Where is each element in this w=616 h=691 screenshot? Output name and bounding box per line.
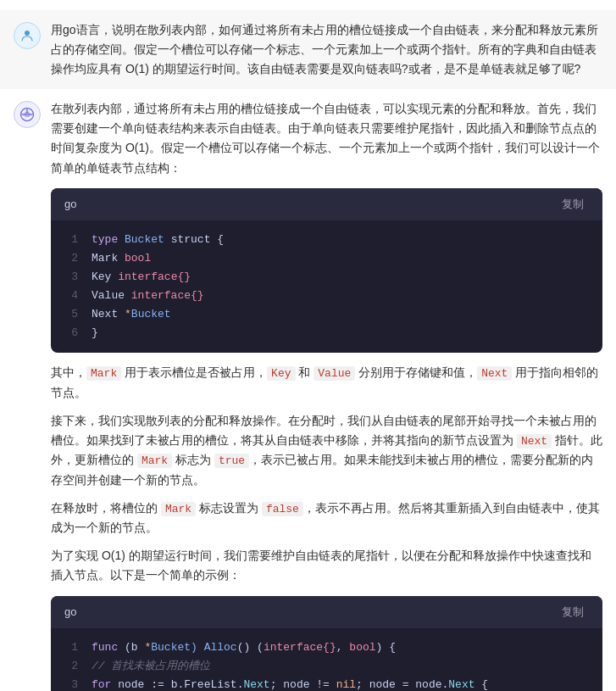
- assistant-avatar: [14, 101, 41, 128]
- chat-container: 用go语言，说明在散列表内部，如何通过将所有未占用的槽位链接成一个自由链表，来分…: [0, 0, 616, 691]
- inline-code: Mark: [86, 366, 121, 381]
- copy-button-1[interactable]: 复制: [557, 195, 589, 214]
- code-line: 6 }: [64, 324, 589, 343]
- type-keyword: interface{}: [131, 289, 204, 302]
- keyword: func: [92, 641, 125, 654]
- line-number: 6: [64, 324, 78, 343]
- assistant-para-4: 在释放时，将槽位的 Mark 标志设置为 false，表示不再占用。然后将其重新…: [51, 499, 602, 538]
- code-line: 2 Mark bool: [64, 249, 589, 268]
- keyword: type: [92, 233, 125, 246]
- line-content: Key interface{}: [92, 268, 589, 287]
- line-number: 3: [64, 676, 78, 691]
- identifier: node := b.FreeList.: [118, 678, 243, 691]
- svg-point-0: [25, 31, 30, 36]
- code-lang-2: go: [64, 603, 76, 621]
- line-content: Value interface{}: [92, 287, 589, 305]
- code-line: 4 Value interface{}: [64, 287, 589, 305]
- type-keyword: bool: [349, 641, 375, 654]
- identifier: ; node !=: [270, 678, 336, 691]
- line-number: 2: [64, 249, 78, 268]
- code-line: 1 func (b *Bucket) Alloc() (interface{},…: [64, 638, 589, 657]
- inline-code: false: [262, 502, 303, 516]
- nil-value: nil: [336, 678, 356, 691]
- inline-code: Next: [477, 366, 512, 381]
- user-message-text: 用go语言，说明在散列表内部，如何通过将所有未占用的槽位链接成一个自由链表，来分…: [51, 20, 602, 79]
- code-line: 3 for node := b.FreeList.Next; node != n…: [64, 676, 589, 691]
- person-icon: [19, 28, 35, 43]
- code-line: 5 Next *Bucket: [64, 305, 589, 324]
- line-content: func (b *Bucket) Alloc() (interface{}, b…: [92, 638, 589, 657]
- line-content: type Bucket struct {: [92, 231, 589, 249]
- identifier: {: [475, 678, 489, 691]
- user-message: 用go语言，说明在散列表内部，如何通过将所有未占用的槽位链接成一个自由链表，来分…: [0, 10, 616, 89]
- user-avatar: [14, 22, 41, 49]
- inline-code: Key: [267, 366, 295, 381]
- line-number: 5: [64, 305, 78, 324]
- field-name: Value: [92, 289, 131, 302]
- line-content: // 首找未被占用的槽位: [92, 657, 589, 676]
- line-number: 2: [64, 657, 78, 676]
- identifier: struct {: [171, 233, 224, 246]
- type-name: Bucket: [125, 233, 171, 246]
- inline-code: Mark: [161, 502, 196, 516]
- field-name: Next: [92, 308, 125, 320]
- assistant-message-content: 在散列表内部，通过将所有未占用的槽位链接成一个自由链表，可以实现元素的分配和释放…: [51, 99, 602, 691]
- type-keyword: bool: [125, 252, 151, 265]
- operator: Next: [448, 678, 474, 691]
- code-lang-1: go: [64, 195, 76, 213]
- type-keyword: interface{}: [118, 270, 191, 283]
- line-number: 1: [64, 231, 78, 249]
- identifier: (b: [125, 641, 144, 654]
- inline-code: true: [214, 454, 249, 468]
- line-content: for node := b.FreeList.Next; node != nil…: [92, 676, 589, 691]
- code-line: 1 type Bucket struct {: [64, 231, 589, 249]
- identifier: () (: [237, 641, 264, 654]
- code-line: 3 Key interface{}: [64, 268, 589, 287]
- code-header-1: go 复制: [51, 188, 602, 220]
- ai-icon: [19, 106, 36, 123]
- type-keyword: interface{}: [264, 641, 336, 654]
- assistant-para-5: 为了实现 O(1) 的期望运行时间，我们需要维护自由链表的尾指针，以便在分配和释…: [51, 546, 602, 585]
- field-name: Key: [92, 270, 118, 283]
- line-number: 4: [64, 287, 78, 305]
- inline-code: Value: [314, 366, 355, 381]
- pointer-symbol: *: [125, 308, 131, 320]
- identifier: ,: [336, 641, 350, 654]
- line-number: 1: [64, 638, 78, 657]
- assistant-message: 在散列表内部，通过将所有未占用的槽位链接成一个自由链表，可以实现元素的分配和释放…: [0, 89, 616, 691]
- operator: Next: [243, 678, 269, 691]
- assistant-para-1: 在散列表内部，通过将所有未占用的槽位链接成一个自由链表，可以实现元素的分配和释放…: [51, 99, 602, 177]
- user-message-content: 用go语言，说明在散列表内部，如何通过将所有未占用的槽位链接成一个自由链表，来分…: [51, 20, 602, 79]
- copy-button-2[interactable]: 复制: [557, 603, 589, 621]
- code-block-1: go 复制 1 type Bucket struct { 2 Mark bool: [51, 188, 602, 354]
- line-content: }: [92, 324, 589, 343]
- type-name: Bucket): [151, 641, 203, 654]
- line-content: Next *Bucket: [92, 305, 589, 324]
- identifier: ) {: [376, 641, 396, 654]
- line-content: Mark bool: [92, 249, 589, 268]
- code-body-2: 1 func (b *Bucket) Alloc() (interface{},…: [51, 628, 602, 691]
- assistant-para-2: 其中，Mark 用于表示槽位是否被占用，Key 和 Value 分别用于存储键和…: [51, 363, 602, 403]
- keyword: for: [92, 678, 118, 691]
- code-body-1: 1 type Bucket struct { 2 Mark bool 3: [51, 220, 602, 354]
- function-name: Alloc: [204, 641, 237, 654]
- comment: // 首找未被占用的槽位: [92, 660, 210, 672]
- type-name: Bucket: [131, 308, 171, 320]
- code-header-2: go 复制: [51, 596, 602, 628]
- inline-code: Next: [517, 434, 552, 449]
- code-block-2: go 复制 1 func (b *Bucket) Alloc() (interf…: [51, 596, 602, 691]
- identifier: ; node = node.: [356, 678, 448, 691]
- identifier: }: [92, 326, 98, 339]
- line-number: 3: [64, 268, 78, 287]
- code-line: 2 // 首找未被占用的槽位: [64, 657, 589, 676]
- assistant-para-3: 接下来，我们实现散列表的分配和释放操作。在分配时，我们从自由链表的尾部开始寻找一…: [51, 411, 602, 490]
- inline-code: Mark: [137, 454, 172, 468]
- field-name: Mark: [92, 252, 125, 265]
